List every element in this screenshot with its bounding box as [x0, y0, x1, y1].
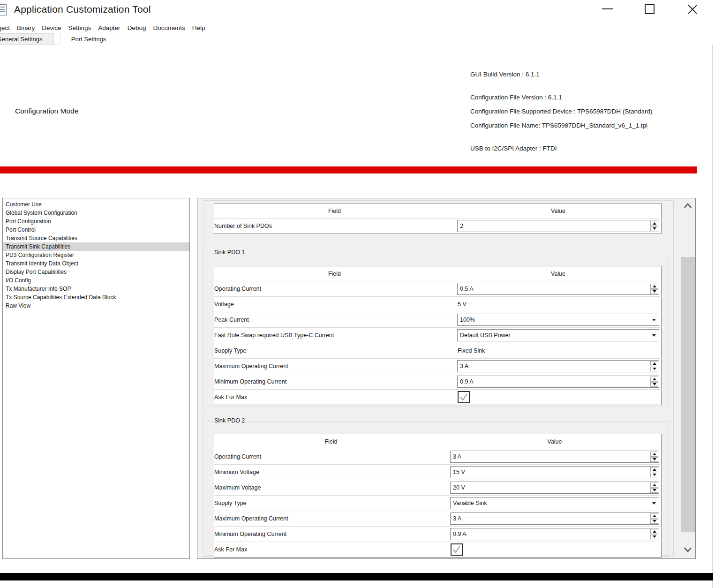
- sidebar-item-transmit-source-capabilities[interactable]: Transmit Source Capabilities: [3, 234, 189, 242]
- value-cell: [448, 542, 662, 558]
- table-row: Operating Current0.5 A: [214, 281, 662, 297]
- control-value: Variable Sink: [453, 500, 487, 506]
- peak-current-dropdown[interactable]: 100%: [457, 314, 659, 326]
- sidebar-item-transmit-identity-data-object[interactable]: Transmit Identity Data Object: [3, 259, 189, 268]
- spin-up-button[interactable]: [650, 482, 658, 488]
- triangle-up-icon: [653, 222, 656, 225]
- maximum-operating-current-spinner[interactable]: 3 A: [457, 360, 659, 372]
- tab-general-settings[interactable]: General Settings: [0, 33, 54, 45]
- spin-down-button[interactable]: [650, 473, 658, 478]
- spin-down-button[interactable]: [650, 488, 658, 493]
- maximum-operating-current-spinner[interactable]: 3 A: [450, 513, 659, 525]
- spin-up-button[interactable]: [650, 467, 658, 472]
- operating-current-spinner[interactable]: 3 A: [450, 451, 659, 463]
- close-button[interactable]: [686, 3, 699, 16]
- field-label: Ask For Max: [214, 390, 455, 405]
- supply-type-dropdown[interactable]: Variable Sink: [450, 497, 659, 509]
- spin-down-button[interactable]: [650, 226, 658, 232]
- spin-down-button[interactable]: [650, 519, 658, 524]
- column-header-value: Value: [455, 266, 662, 281]
- sidebar-item-tx-manufacturer-info-sop[interactable]: Tx Manufacturer Info SOP: [3, 285, 189, 293]
- sidebar-item-customer-use[interactable]: Customer Use: [3, 200, 189, 209]
- menu-item-device[interactable]: Device: [42, 24, 61, 31]
- sidebar-item-display-port-capabilities[interactable]: Display Port Capabilities: [3, 268, 189, 276]
- app-icon: [0, 4, 7, 15]
- number-of-sink-pdos-spinner[interactable]: 2: [457, 220, 659, 232]
- tab-label: Port Settings: [71, 36, 106, 43]
- menu-item-help[interactable]: Help: [192, 24, 205, 31]
- sidebar-item-global-system-configuration[interactable]: Global System Configuration: [3, 209, 189, 217]
- spin-up-button[interactable]: [650, 452, 658, 457]
- table-row: Voltage5 V: [214, 297, 662, 312]
- maximize-button[interactable]: [645, 4, 655, 14]
- triangle-down-icon: [653, 520, 656, 522]
- table-row: Supply TypeFixed Sink: [214, 343, 662, 359]
- spin-down-button[interactable]: [650, 382, 658, 387]
- sidebar-list: Customer UseGlobal System ConfigurationP…: [2, 198, 190, 559]
- spin-down-button[interactable]: [650, 367, 658, 372]
- scroll-up-button[interactable]: [680, 200, 695, 211]
- triangle-down-icon: [653, 489, 656, 491]
- triangle-up-icon: [653, 285, 656, 287]
- ask-for-max-checkbox[interactable]: [458, 391, 470, 403]
- triangle-down-icon: [653, 535, 656, 538]
- table-row: Maximum Operating Current3 A: [214, 359, 662, 374]
- sidebar-item-i-o-config[interactable]: I/O Config: [3, 276, 189, 285]
- sidebar-item-raw-view[interactable]: Raw View: [3, 302, 189, 310]
- spin-up-button[interactable]: [650, 377, 658, 382]
- spin-up-button[interactable]: [650, 513, 658, 519]
- field-label: Ask For Max: [214, 542, 448, 558]
- spin-up-button[interactable]: [650, 361, 658, 366]
- dropdown-arrow-icon: [652, 319, 656, 321]
- window-title: Application Customization Tool: [14, 4, 151, 15]
- control-value: 3 A: [460, 363, 468, 369]
- control-value: 0.5 A: [460, 286, 474, 292]
- sidebar-item-pd3-configuration-register[interactable]: PD3 Configuration Register: [3, 251, 189, 259]
- spin-down-button[interactable]: [650, 289, 658, 294]
- dropdown-arrow-icon: [652, 334, 656, 337]
- value-cell: 3 A: [448, 449, 662, 465]
- table-row: Number of Sink PDOs2: [214, 219, 662, 234]
- table-row: Minimum Operating Current0.9 A: [214, 527, 662, 542]
- control-value: 3 A: [453, 453, 461, 460]
- triangle-up-icon: [653, 484, 656, 486]
- field-label: Minimum Operating Current: [214, 527, 448, 542]
- menu-item-adapter[interactable]: Adapter: [98, 24, 120, 31]
- scroll-down-button[interactable]: [680, 544, 695, 555]
- sidebar-item-port-configuration[interactable]: Port Configuration: [3, 217, 189, 226]
- sidebar-item-transmit-sink-capabilities[interactable]: Transmit Sink Capabilities: [3, 242, 189, 251]
- scrollbar-thumb[interactable]: [681, 257, 695, 532]
- menu-item-binary[interactable]: Binary: [17, 24, 35, 31]
- spin-up-button[interactable]: [650, 529, 658, 534]
- ask-for-max-checkbox[interactable]: [451, 543, 463, 556]
- menu-item-settings[interactable]: Settings: [68, 24, 91, 31]
- minimum-operating-current-spinner[interactable]: 0.9 A: [450, 528, 659, 540]
- menu-item-debug[interactable]: Debug: [128, 24, 146, 31]
- triangle-up-icon: [653, 378, 656, 380]
- field-label: Voltage: [214, 297, 455, 312]
- config-file-name: Configuration File Name: TPS65987DDH_Sta…: [470, 122, 647, 129]
- tab-port-settings[interactable]: Port Settings: [60, 33, 117, 45]
- sink-pdo-2-table: FieldValueOperating Current3 AMinimum Vo…: [214, 434, 662, 558]
- menu-item-documents[interactable]: Documents: [153, 24, 185, 31]
- menu-item-project[interactable]: ject: [0, 24, 10, 31]
- spin-down-button[interactable]: [650, 535, 658, 540]
- field-label: Number of Sink PDOs: [214, 219, 455, 234]
- fast-role-swap-required-usb-type-c-current-dropdown[interactable]: Default USB Power: [457, 329, 659, 341]
- spin-up-button[interactable]: [650, 284, 658, 289]
- window-right-edge: [712, 45, 713, 588]
- sidebar-item-port-control[interactable]: Port Control: [3, 226, 189, 234]
- field-label: Minimum Operating Current: [214, 374, 455, 390]
- vertical-scrollbar[interactable]: [680, 198, 695, 558]
- usb-adapter: USB to I2C/SPI Adapter : FTDI: [470, 145, 557, 152]
- operating-current-spinner[interactable]: 0.5 A: [457, 283, 659, 295]
- minimum-voltage-spinner[interactable]: 15 V: [450, 466, 659, 478]
- minimum-operating-current-spinner[interactable]: 0.9 A: [457, 376, 659, 388]
- spin-up-button[interactable]: [650, 221, 658, 226]
- sidebar-item-tx-source-capabilities-extended-data-block[interactable]: Tx Source Capabilities Extended Data Blo…: [3, 293, 189, 302]
- triangle-up-icon: [653, 530, 656, 533]
- minimize-button[interactable]: [602, 8, 613, 9]
- value-cell: 15 V: [448, 465, 662, 480]
- maximum-voltage-spinner[interactable]: 20 V: [450, 482, 659, 494]
- spin-down-button[interactable]: [650, 457, 658, 462]
